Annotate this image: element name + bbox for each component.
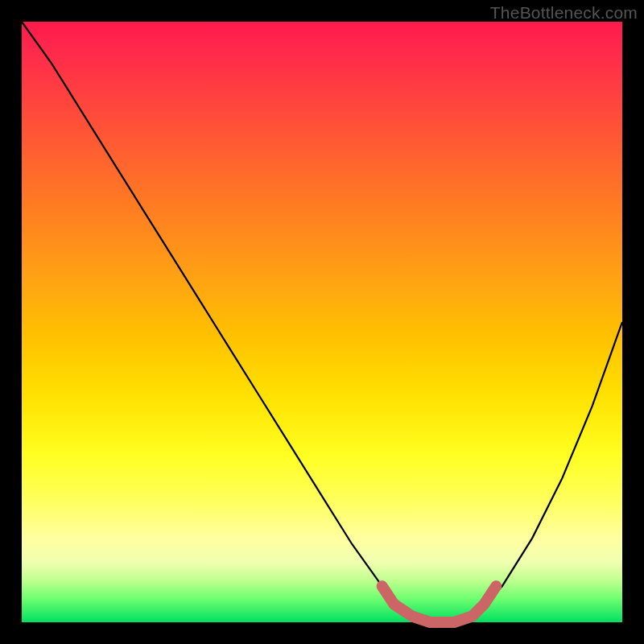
bottleneck-curve (22, 22, 622, 622)
optimal-zone-marker (382, 586, 497, 622)
chart-frame: TheBottleneck.com (0, 0, 644, 644)
chart-overlay (22, 22, 622, 622)
watermark-text: TheBottleneck.com (490, 3, 638, 23)
